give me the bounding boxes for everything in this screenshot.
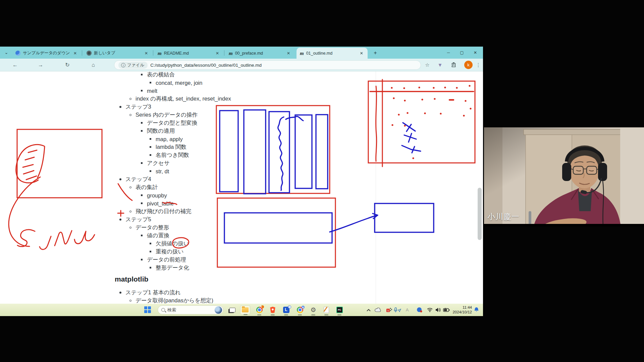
clock-date: 2024/10/12 [451, 310, 472, 314]
screen-share-stage: ⌄ + ─ ▢ ✕ サンプルデータのダウンロードからPych✕新しいタブ✕mRE… [0, 0, 644, 362]
start-button[interactable] [144, 306, 151, 313]
taskbar-icon-notes[interactable] [321, 305, 331, 314]
tab-title: 00_preface.md [235, 51, 283, 56]
outline-item: 名前つき関数 [156, 151, 189, 159]
markdown-favicon-icon: m [158, 51, 162, 56]
list-bullet-square [150, 170, 151, 172]
tray-teams-badge-icon[interactable]: 1 [385, 305, 393, 314]
settings-gear-icon: ⚙ [310, 307, 316, 313]
search-highlight-image [215, 306, 222, 314]
window-close-button[interactable]: ✕ [469, 47, 482, 59]
tray-volume-icon[interactable] [434, 305, 442, 314]
browser-tab-2[interactable]: 新しいタブ✕ [83, 48, 152, 59]
outline-item: 欠損値の扱い [156, 240, 189, 248]
home-icon[interactable]: ⌂ [89, 61, 98, 69]
browser-tab-1[interactable]: サンプルデータのダウンロードからPych✕ [12, 48, 80, 59]
outline-item: 重複の扱い [156, 248, 183, 256]
tab-title: 新しいタブ [94, 50, 141, 56]
taskbar-icon-pycharm[interactable]: PC [334, 305, 344, 314]
list-bullet-square [150, 146, 151, 148]
taskbar-search-input[interactable]: 検索 [158, 305, 223, 314]
tab-search-chevron-icon[interactable]: ⌄ [3, 49, 10, 56]
browser-tab-5[interactable]: m01_outline.md✕ [297, 48, 368, 59]
file-protocol-chip[interactable]: iファイル [118, 62, 148, 69]
address-bar[interactable]: iファイル C:/study/python_data/lessons/00_ou… [114, 60, 421, 70]
search-placeholder: 検索 [167, 307, 212, 313]
outline-item: ステップ1 基本の流れ [125, 289, 181, 297]
reload-icon[interactable]: ↻ [63, 61, 72, 69]
tab-title: サンプルデータのダウンロードからPych [23, 50, 70, 56]
file-explorer-icon [242, 307, 249, 312]
tab-separator [82, 50, 82, 56]
brave-icon [270, 307, 276, 313]
svg-text:1: 1 [387, 309, 389, 312]
tray-chevron-up-icon[interactable] [365, 305, 372, 314]
outline-item: concat, merge, join [156, 79, 202, 87]
browser-tab-3[interactable]: mREADME.md✕ [154, 48, 223, 59]
outline-item: データの型と型変換 [147, 119, 197, 127]
list-bullet-square [141, 162, 143, 164]
scrollbar-thumb[interactable] [478, 188, 482, 240]
list-bullet-square [150, 243, 151, 244]
extension-v-icon[interactable]: ▼ [436, 61, 444, 69]
window-maximize-button[interactable]: ▢ [455, 47, 469, 59]
window-minimize-button[interactable]: ─ [442, 47, 455, 59]
outline-item: データの整形 [136, 224, 169, 232]
forward-icon[interactable]: → [36, 61, 45, 69]
tray-ime-a-icon[interactable]: A [404, 305, 411, 314]
tab-close-icon[interactable]: ✕ [144, 51, 149, 56]
taskbar-icon-chrome-beta[interactable]: ▲ [295, 305, 305, 314]
taskbar-icon-l2-app[interactable]: L2 [281, 305, 291, 314]
browser-menu-icon[interactable]: ⋮ [474, 61, 482, 69]
file-chip-label: ファイル [127, 62, 144, 68]
extensions-puzzle-icon[interactable] [449, 61, 458, 69]
list-bullet-circle [129, 300, 131, 302]
taskbar-clock[interactable]: 11:44 2024/10/12 [451, 305, 472, 314]
pycharm-icon: PC [336, 307, 343, 313]
list-bullet-square [141, 90, 143, 92]
list-bullet-square [150, 267, 151, 268]
outline-item: ステップ3 [125, 103, 151, 111]
tab-title: README.md [164, 51, 212, 56]
bookmark-star-icon[interactable]: ☆ [423, 61, 431, 69]
tab-close-icon[interactable]: ✕ [72, 51, 78, 56]
list-bullet-square [150, 154, 151, 156]
outline-item: データの前処理 [147, 256, 186, 264]
chrome-browser-window: ⌄ + ─ ▢ ✕ サンプルデータのダウンロードからPych✕新しいタブ✕mRE… [0, 47, 483, 304]
tab-title: 01_outline.md [306, 51, 357, 56]
tray-wifi-icon[interactable] [426, 305, 433, 314]
tray-mic-share-icon[interactable] [393, 305, 402, 314]
list-bullet-disc [119, 106, 121, 108]
tab-close-icon[interactable]: ✕ [286, 51, 291, 56]
taskbar-icon-brave[interactable] [268, 305, 278, 314]
tray-battery-icon[interactable] [442, 305, 451, 314]
browser-toolbar: ← → ↻ ⌂ iファイル C:/study/python_data/lesso… [0, 59, 483, 71]
tray-onedrive-cloud-icon[interactable] [374, 305, 382, 314]
tab-close-icon[interactable]: ✕ [215, 51, 220, 56]
list-bullet-circle [129, 227, 131, 229]
taskbar-icon-chrome[interactable]: k [254, 305, 264, 314]
outline-item: ステップ4 [125, 175, 151, 183]
list-bullet-square [141, 194, 143, 196]
taskbar-icon-task-view[interactable] [227, 305, 237, 314]
chrome-favicon-icon [87, 51, 92, 56]
list-bullet-square [150, 251, 151, 252]
tray-app-sphere-icon[interactable] [415, 305, 423, 314]
list-bullet-square [141, 74, 143, 75]
windows-taskbar: 検索 k L2 ▲ ⚙ PC 1 A 11:44 [0, 304, 483, 316]
list-bullet-disc [119, 219, 121, 221]
tab-close-icon[interactable]: ✕ [359, 51, 364, 56]
taskbar-icon-settings[interactable]: ⚙ [308, 305, 318, 314]
profile-avatar[interactable]: k [464, 61, 473, 69]
outline-item: lambda 関数 [156, 143, 186, 151]
tray-notification-bell-icon[interactable] [472, 305, 480, 314]
section-heading: matplotlib [115, 275, 148, 283]
list-bullet-disc [119, 178, 121, 180]
browser-tab-4[interactable]: m00_preface.md✕ [225, 48, 294, 59]
taskbar-icon-file-explorer[interactable] [240, 305, 250, 314]
outline-item: 表の集計 [136, 183, 158, 191]
new-tab-button[interactable]: + [372, 49, 379, 57]
list-bullet-square [141, 122, 143, 124]
back-icon[interactable]: ← [11, 61, 19, 69]
list-bullet-square [141, 235, 143, 236]
